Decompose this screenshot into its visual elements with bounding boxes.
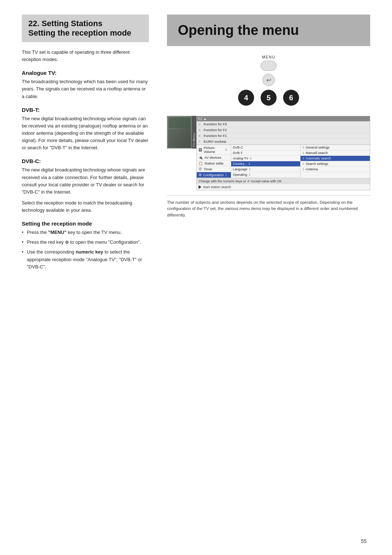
func-row-9: 9Function for F2 — [197, 127, 370, 133]
tv-side-label: TV-Menu — [192, 116, 196, 149]
menu-key-label: "MENU" — [48, 230, 67, 235]
num-btn-5[interactable]: 5 — [261, 90, 277, 106]
instruction-list: Press the "MENU" key to open the TV menu… — [22, 229, 149, 271]
right2-item-search[interactable]: 2Search settings — [301, 161, 370, 167]
topbar-f1: F1 — [198, 117, 202, 121]
bullet-text-2a: Press the red key — [27, 239, 65, 245]
back-button[interactable]: ↩ — [262, 74, 275, 86]
right-item-analogtv[interactable]: Analog-TV4 — [231, 156, 301, 161]
submenu-right-col: 5General settings 4Manuell search 3Autom… — [300, 145, 370, 178]
menu-icon-config: ⚙ — [199, 173, 202, 177]
menu-label: MENU — [262, 55, 275, 59]
number-row: 4 5 6 — [238, 90, 299, 106]
bullet-text-2b: to open the menu "Configuration". — [69, 239, 141, 245]
right-label-analogtv: Analog-TV — [233, 157, 249, 160]
topbar-arrow: ▲ — [204, 117, 207, 121]
setting-header: Setting the reception mode — [22, 220, 149, 227]
menu-button[interactable] — [261, 61, 277, 71]
right-label-dvbc: DVB-C — [233, 146, 243, 149]
func-row-8: 8Function for F1 — [197, 133, 370, 139]
func-num-9: 9 — [199, 128, 202, 132]
bullet-text-1b: key to open the TV menu. — [66, 230, 122, 235]
menu-item-av[interactable]: 🔌 AV devices — [197, 155, 231, 161]
right2-num-auto: 3 — [302, 157, 304, 160]
main-layout: 22. Setting Stations Setting the recepti… — [22, 15, 370, 540]
right-label-country: Country... — [233, 162, 247, 166]
remote-illustration: MENU ↩ 4 5 6 — [167, 55, 370, 109]
chapter-heading: 22. Setting Stations Setting the recepti… — [22, 15, 149, 42]
menu-rows-wrapper: 🖼 Picture-Volume 6 🔌 AV devices 📋 Statio… — [197, 145, 370, 178]
func-row-0: 0Function for F3 — [197, 121, 370, 127]
right-column: Opening the menu MENU ↩ 4 5 6 — [160, 15, 370, 540]
menu-label-timer: Timer — [204, 167, 212, 171]
menu-label-station: Station table — [204, 161, 224, 165]
section-header-analogue: Analogue TV: — [22, 70, 149, 76]
section-header-dvbc: DVB-C: — [22, 158, 149, 164]
submenu-header-row: DVB-C DVB-T Analog-TV4 Country...3 Langu… — [231, 145, 370, 178]
menu-item-picture[interactable]: 🖼 Picture-Volume 6 — [197, 145, 231, 155]
right2-label-manuell: Manuell search — [306, 151, 328, 155]
right-item-country[interactable]: Country...3 — [231, 161, 301, 167]
tv-menu-bottom: Change with the numeric keys or ✔ Accept… — [197, 178, 370, 184]
menu-label-av: AV devices — [204, 155, 221, 159]
svg-rect-2 — [168, 129, 190, 147]
menu-icon-picture: 🖼 — [199, 148, 202, 152]
tv-menu-panel: F1 ▲ 0Function for F3 9Function for F2 8… — [196, 116, 370, 190]
right-num-operating: 1 — [249, 173, 250, 177]
menu-item-config[interactable]: ⚙ Configuration 1 — [197, 172, 231, 178]
tv-menu-left: 🖼 Picture-Volume 6 🔌 AV devices 📋 Statio… — [197, 145, 231, 178]
right2-item-antenna[interactable]: 1Antenna — [301, 167, 370, 172]
red-key-icon: ⊕ — [65, 239, 69, 245]
menu-icon-av: 🔌 — [199, 155, 203, 159]
list-item-1: Press the "MENU" key to open the TV menu… — [22, 229, 149, 236]
section-body-dvbt: The new digital broadcasting technology … — [22, 115, 149, 152]
section-body-dvbc: The new digital broadcasting technology … — [22, 166, 149, 196]
right-item-dvbt[interactable]: DVB-T — [231, 150, 301, 156]
right2-item-general[interactable]: 5General settings — [301, 145, 370, 150]
menu-item-timer[interactable]: ⏱ Timer — [197, 166, 231, 172]
num-btn-6[interactable]: 6 — [283, 90, 299, 106]
right-item-language[interactable]: Language2 — [231, 167, 301, 172]
intro-text: This TV set is capable of operating in t… — [22, 49, 149, 63]
menu-num-picture: 6 — [225, 148, 229, 151]
func-row-7: 7EURO sockets — [197, 139, 370, 145]
menu-icon-station: 📋 — [199, 161, 203, 165]
start-search-row[interactable]: Start station search — [197, 184, 370, 190]
tv-thumb-wrapper: TV-Menu — [167, 116, 196, 149]
right-heading-text: Opening the menu — [178, 23, 299, 38]
tv-menu-topbar: F1 ▲ — [197, 116, 370, 121]
function-rows: 0Function for F3 9Function for F2 8Funct… — [197, 121, 370, 145]
footer-note: The number of subjects and sections depe… — [167, 195, 370, 218]
right2-num-antenna: 1 — [302, 167, 304, 171]
right-item-dvbc[interactable]: DVB-C — [231, 145, 301, 150]
right2-item-manuell[interactable]: 4Manuell search — [301, 150, 370, 156]
tv-screen-thumb — [167, 116, 192, 149]
right-label-language: Language — [233, 167, 248, 171]
menu-item-station[interactable]: 📋 Station table — [197, 161, 231, 166]
menu-icon-timer: ⏱ — [199, 167, 202, 171]
submenu-left-col: DVB-C DVB-T Analog-TV4 Country...3 Langu… — [231, 145, 301, 178]
func-label-9: Function for F2 — [204, 128, 227, 132]
func-label-8: Function for F1 — [204, 134, 227, 138]
tv-screen-svg — [168, 117, 191, 148]
right-num-analogtv: 4 — [250, 157, 252, 160]
start-search-label: Start station search — [203, 185, 231, 189]
func-num-8: 8 — [199, 134, 202, 138]
right2-item-auto[interactable]: 3Automatic search — [301, 156, 370, 161]
menu-label-picture: Picture-Volume — [204, 146, 224, 154]
tv-menu-right: DVB-C DVB-T Analog-TV4 Country...3 Langu… — [231, 145, 370, 178]
right-item-operating[interactable]: Operating1 — [231, 172, 301, 178]
chapter-number: 22. Setting Stations — [28, 19, 142, 28]
list-item-3: Use the corresponding numeric key to sel… — [22, 248, 149, 271]
right2-num-general: 5 — [302, 146, 304, 149]
func-num-0: 0 — [199, 122, 202, 126]
tv-menu-area: TV-Menu F1 ▲ 0Function for F3 9Function … — [167, 116, 370, 190]
right2-label-auto: Automatic search — [306, 157, 331, 160]
numeric-key-label: numeric key — [75, 249, 103, 255]
svg-rect-1 — [168, 117, 190, 128]
right-num-country: 3 — [248, 162, 250, 166]
func-label-0: Function for F3 — [204, 122, 227, 126]
chapter-subtitle: Setting the reception mode — [28, 28, 142, 38]
section-body-analogue: The broadcasting technology which has be… — [22, 78, 149, 100]
num-btn-4[interactable]: 4 — [238, 90, 254, 106]
